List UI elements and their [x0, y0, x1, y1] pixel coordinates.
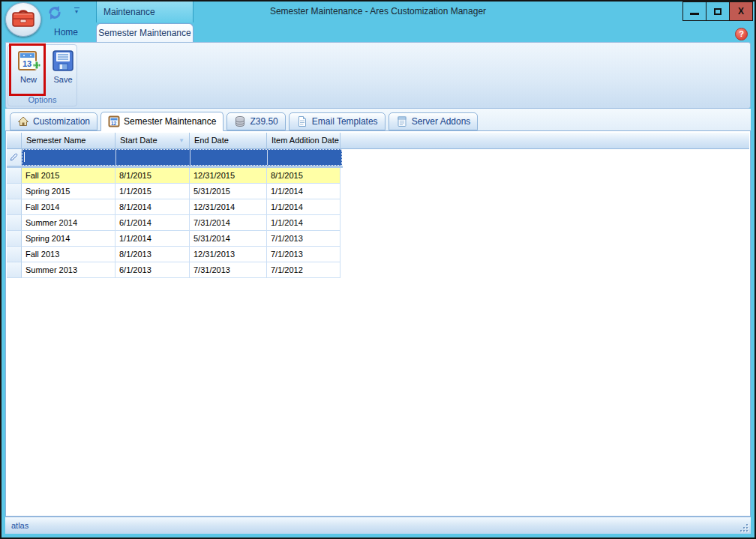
cell-item-addition-date[interactable]: 1/1/2014 [267, 199, 340, 215]
maximize-icon [714, 8, 722, 15]
cell-end-date[interactable]: 12/31/2015 [190, 168, 267, 184]
new-button-label: New [20, 75, 37, 84]
cell-end-date[interactable]: 12/31/2014 [190, 199, 267, 215]
calendar-add-icon: 13 [16, 49, 40, 73]
row-indicator [7, 199, 22, 215]
text-cursor [24, 152, 25, 162]
cell-start-date[interactable]: 8/1/2014 [116, 199, 190, 215]
ribbon-tab-home[interactable]: Home [39, 23, 93, 42]
cell-item-addition-date[interactable]: 7/1/2013 [267, 231, 340, 247]
ribbon-tab-row: Home Semester Maintenance ? [2, 22, 754, 42]
sort-descending-icon: ▼ [178, 138, 184, 144]
cell-end-date[interactable]: 5/31/2014 [190, 231, 267, 247]
new-item-cell-semester-name[interactable] [22, 150, 116, 165]
cell-item-addition-date[interactable]: 8/1/2015 [267, 168, 340, 184]
row-indicator [7, 184, 22, 199]
column-header-item-addition-date[interactable]: Item Addition Date [267, 133, 340, 149]
tab-email-templates-label: Email Templates [312, 116, 378, 127]
cell-semester-name[interactable]: Spring 2014 [22, 231, 116, 247]
semester-grid: Semester Name Start Date ▼ End Date Item… [7, 133, 749, 278]
cell-semester-name[interactable]: Summer 2014 [22, 215, 116, 231]
new-item-cell-start-date[interactable] [116, 150, 190, 165]
options-ribbon-group: 13 New [8, 44, 77, 106]
cell-start-date[interactable]: 1/1/2015 [116, 184, 190, 199]
cell-end-date[interactable]: 7/31/2014 [190, 215, 267, 231]
tab-semester-maintenance[interactable]: 12 Semester Maintenance [100, 112, 224, 131]
table-row[interactable]: Spring 2015 1/1/2015 5/31/2015 1/1/2014 [7, 184, 749, 199]
tab-server-addons-label: Server Addons [412, 116, 471, 127]
new-item-cell-end-date[interactable] [190, 150, 268, 165]
svg-text:12: 12 [111, 121, 117, 126]
clipboard-icon [396, 115, 408, 127]
calendar-icon: 12 [108, 115, 120, 127]
column-header-semester-name[interactable]: Semester Name [22, 133, 116, 149]
cell-semester-name[interactable]: Fall 2014 [22, 199, 116, 215]
row-indicator-header [7, 133, 22, 149]
cell-end-date[interactable]: 7/31/2013 [190, 262, 267, 278]
window-controls: X [683, 1, 753, 21]
table-row[interactable]: Summer 2013 6/1/2013 7/31/2013 7/1/2012 [7, 262, 749, 278]
options-group-label: Options [8, 94, 76, 105]
cell-item-addition-date[interactable]: 7/1/2012 [267, 262, 340, 278]
table-row[interactable]: Fall 2015 8/1/2015 12/31/2015 8/1/2015 [7, 168, 749, 184]
column-header-start-date[interactable]: Start Date ▼ [116, 133, 190, 149]
help-button[interactable]: ? [735, 28, 748, 40]
window-frame: ▾ Semester Maintenance - Ares Customizat… [2, 1, 754, 538]
page-tabs: Customization 12 Semester Maintenance [10, 111, 481, 130]
tab-customization[interactable]: Customization [10, 112, 98, 130]
maximize-button[interactable] [706, 1, 730, 21]
minimize-button[interactable] [682, 1, 706, 21]
cell-start-date[interactable]: 6/1/2013 [116, 262, 190, 278]
cell-end-date[interactable]: 12/31/2013 [190, 247, 267, 262]
close-button[interactable]: X [729, 1, 753, 21]
cell-semester-name[interactable]: Fall 2015 [22, 168, 116, 184]
edit-row-indicator [7, 149, 22, 166]
tab-semester-maintenance-label: Semester Maintenance [124, 116, 216, 127]
grid-header-row: Semester Name Start Date ▼ End Date Item… [7, 133, 749, 149]
cell-start-date[interactable]: 8/1/2015 [116, 168, 190, 184]
row-indicator [7, 168, 22, 184]
titlebar[interactable]: ▾ Semester Maintenance - Ares Customizat… [2, 1, 754, 22]
floppy-disk-icon [51, 49, 75, 73]
application-menu-button[interactable] [5, 2, 41, 37]
table-row[interactable]: Summer 2014 6/1/2014 7/31/2014 1/1/2014 [7, 215, 749, 231]
save-button[interactable]: Save [46, 47, 80, 95]
help-icon: ? [739, 29, 744, 38]
tab-z3950[interactable]: Z39.50 [226, 112, 285, 130]
grid-new-item-row [7, 149, 749, 166]
cell-semester-name[interactable]: Spring 2015 [22, 184, 116, 199]
cell-start-date[interactable]: 1/1/2014 [116, 231, 190, 247]
save-button-label: Save [53, 75, 72, 84]
toolbox-icon [10, 6, 36, 33]
table-row[interactable]: Spring 2014 1/1/2014 5/31/2014 7/1/2013 [7, 231, 749, 247]
status-text: atlas [11, 521, 28, 530]
content-panel: Semester Name Start Date ▼ End Date Item… [5, 130, 751, 517]
document-icon [296, 115, 308, 127]
pencil-icon [10, 151, 18, 164]
table-row[interactable]: Fall 2014 8/1/2014 12/31/2014 1/1/2014 [7, 199, 749, 215]
tab-server-addons[interactable]: Server Addons [388, 112, 478, 130]
contextual-tab-group-label: Maintenance [96, 1, 194, 22]
cell-start-date[interactable]: 6/1/2014 [116, 215, 190, 231]
row-indicator [7, 215, 22, 231]
cell-semester-name[interactable]: Fall 2013 [22, 247, 116, 262]
minimize-icon [690, 13, 699, 15]
database-icon [234, 115, 246, 127]
column-header-end-date[interactable]: End Date [190, 133, 267, 149]
new-button[interactable]: 13 New [12, 47, 45, 95]
cell-item-addition-date[interactable]: 7/1/2013 [267, 247, 340, 262]
tab-email-templates[interactable]: Email Templates [289, 112, 386, 130]
row-indicator [7, 231, 22, 247]
cell-end-date[interactable]: 5/31/2015 [190, 184, 267, 199]
house-icon [17, 115, 29, 127]
new-item-cell-item-addition-date[interactable] [268, 150, 341, 165]
status-bar: atlas [5, 517, 751, 534]
resize-grip-icon[interactable] [739, 523, 748, 532]
cell-item-addition-date[interactable]: 1/1/2014 [267, 184, 340, 199]
cell-item-addition-date[interactable]: 1/1/2014 [267, 215, 340, 231]
table-row[interactable]: Fall 2013 8/1/2013 12/31/2013 7/1/2013 [7, 247, 749, 262]
close-icon: X [738, 6, 744, 16]
cell-start-date[interactable]: 8/1/2013 [116, 247, 190, 262]
cell-semester-name[interactable]: Summer 2013 [22, 262, 116, 278]
ribbon-tab-semester-maintenance[interactable]: Semester Maintenance [96, 23, 194, 42]
